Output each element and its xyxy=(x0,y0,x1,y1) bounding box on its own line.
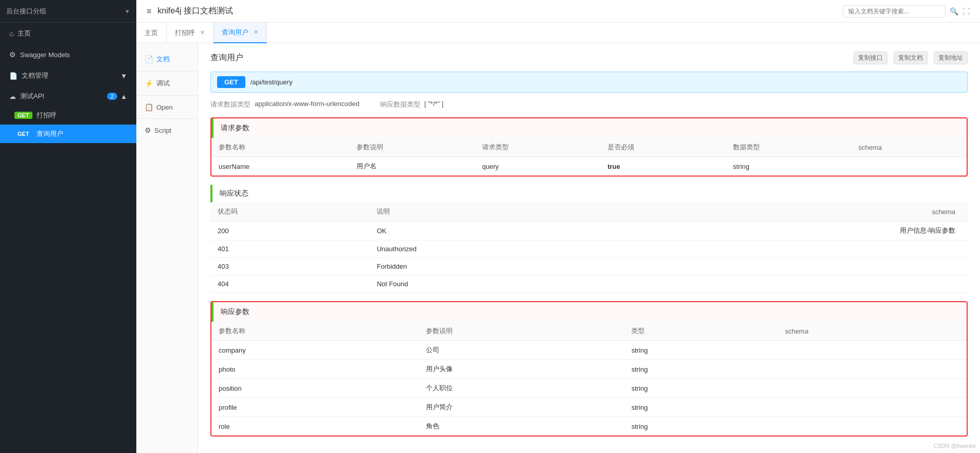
search-input[interactable] xyxy=(843,5,946,18)
col-schema: schema xyxy=(851,138,967,157)
table-row: role 角色 string xyxy=(211,417,967,436)
request-params-title: 请求参数 xyxy=(211,118,967,138)
expand-icon[interactable]: ⛶ xyxy=(963,7,970,15)
request-params-header-row: 参数名称 参数说明 请求类型 是否必须 数据类型 schema xyxy=(211,138,967,157)
debug-icon: ⚡ xyxy=(145,79,153,88)
col-param-desc: 参数说明 xyxy=(349,138,475,157)
copy-url-button[interactable]: 复制地址 xyxy=(934,51,968,64)
method-get-blue-tag: GET xyxy=(14,130,32,137)
method-button[interactable]: GET xyxy=(217,76,245,88)
request-data-type-label: 请求数据类型 xyxy=(210,100,251,109)
col-data-type: 数据类型 xyxy=(726,138,851,157)
status-desc-403: Forbidden xyxy=(369,258,620,275)
resp-name-role: role xyxy=(211,417,419,436)
group-selector[interactable]: 后台接口分组 ▼ xyxy=(0,0,136,23)
hamburger-icon[interactable]: ≡ xyxy=(147,7,151,16)
aside-item-open-label: Open xyxy=(156,103,173,111)
sidebar-item-docmgmt[interactable]: 📄 文档管理 ▼ xyxy=(0,65,136,86)
param-required-cell: true xyxy=(600,157,726,176)
resp-type-photo: string xyxy=(624,360,777,379)
status-code-403: 403 xyxy=(210,258,369,275)
response-params-header-row: 参数名称 参数说明 类型 schema xyxy=(211,322,967,341)
copy-interface-button[interactable]: 复制接口 xyxy=(853,51,887,64)
response-params-table: 参数名称 参数说明 类型 schema company 公司 string xyxy=(211,322,967,435)
meta-row: 请求数据类型 application/x-www-form-urlencoded… xyxy=(210,100,968,109)
status-desc-200: OK xyxy=(369,221,620,240)
tab-dazhaohu-close[interactable]: ✕ xyxy=(200,29,205,36)
resp-desc-profile: 用户简介 xyxy=(419,398,624,417)
status-schema-200: 用户信息-响应参数 xyxy=(620,221,968,240)
response-params-title-text: 响应参数 xyxy=(221,307,250,317)
response-data-type-label: 响应数据类型 xyxy=(380,100,420,109)
method-get-tag: GET xyxy=(14,112,32,119)
col-status-desc: 说明 xyxy=(369,202,620,221)
table-row: 404 Not Found xyxy=(210,275,968,293)
table-row: photo 用户头像 string xyxy=(211,360,967,379)
request-data-type: 请求数据类型 application/x-www-form-urlencoded xyxy=(210,100,360,109)
resp-type-company: string xyxy=(624,341,777,360)
resp-type-profile: string xyxy=(624,398,777,417)
tab-queryyonghu[interactable]: 查询用户 ✕ xyxy=(213,23,267,43)
aside-divider-2 xyxy=(136,95,198,96)
response-status-title: 响应状态 xyxy=(210,185,968,202)
doc-icon: 📄 xyxy=(145,55,153,63)
col-status-code: 状态码 xyxy=(210,202,369,221)
param-schema-cell xyxy=(851,157,967,176)
status-schema-401 xyxy=(620,240,968,258)
resp-name-position: position xyxy=(211,379,419,398)
api-url: /api/test/query xyxy=(251,78,293,86)
col-status-schema: schema xyxy=(620,202,968,221)
tab-dazhaohu[interactable]: 打招呼 ✕ xyxy=(167,23,213,43)
col-resp-param-desc: 参数说明 xyxy=(419,322,624,341)
table-row: company 公司 string xyxy=(211,341,967,360)
status-desc-401: Unauthorized xyxy=(369,240,620,258)
aside-item-script[interactable]: ⚙ Script xyxy=(136,121,198,140)
resp-schema-role xyxy=(778,417,967,436)
resp-schema-position xyxy=(778,379,967,398)
resp-desc-photo: 用户头像 xyxy=(419,360,624,379)
aside-item-script-label: Script xyxy=(154,127,171,134)
param-request-type-cell: query xyxy=(475,157,600,176)
aside-divider-3 xyxy=(136,118,198,119)
api-title: 查询用户 xyxy=(210,53,243,63)
status-schema-404 xyxy=(620,275,968,293)
sidebar-item-dazhaohu[interactable]: GET 打招呼 xyxy=(0,106,136,125)
resp-desc-position: 个人职位 xyxy=(419,379,624,398)
group-selector-arrow: ▼ xyxy=(124,8,130,14)
resp-type-position: string xyxy=(624,379,777,398)
sidebar-item-home[interactable]: ⌂ 主页 xyxy=(0,23,136,44)
api-section-arrow-icon: ▲ xyxy=(120,93,127,100)
param-name-cell: userName xyxy=(211,157,349,176)
script-icon: ⚙ xyxy=(145,126,151,134)
sidebar-api-section[interactable]: ☁ 测试API 2 ▲ xyxy=(0,86,136,106)
open-icon: 📋 xyxy=(145,103,153,111)
search-icon[interactable]: 🔍 xyxy=(950,7,958,15)
tab-home[interactable]: 主页 xyxy=(136,23,167,43)
sidebar-item-swagger[interactable]: ⚙ Swagger Models xyxy=(0,44,136,65)
col-required: 是否必须 xyxy=(600,138,726,157)
app-title: knife4j 接口文档测试 xyxy=(157,6,233,16)
table-row: 401 Unauthorized xyxy=(210,240,968,258)
sidebar-item-queryyonghu[interactable]: GET 查询用户 xyxy=(0,125,136,143)
aside-item-debug[interactable]: ⚡ 调试 xyxy=(136,74,198,93)
docmgmt-arrow-icon: ▼ xyxy=(120,72,127,80)
status-code-401: 401 xyxy=(210,240,369,258)
request-params-section: 请求参数 参数名称 参数说明 请求类型 是否必须 数据类型 schema xyxy=(210,117,968,177)
tab-queryyonghu-label: 查询用户 xyxy=(222,28,248,37)
aside-item-open[interactable]: 📋 Open xyxy=(136,98,198,116)
resp-type-role: string xyxy=(624,417,777,436)
aside-item-doc[interactable]: 📄 文档 xyxy=(136,49,198,69)
home-icon: ⌂ xyxy=(9,29,13,38)
aside-item-doc-label: 文档 xyxy=(156,55,170,64)
resp-name-photo: photo xyxy=(211,360,419,379)
col-resp-schema: schema xyxy=(778,322,967,341)
col-resp-type: 类型 xyxy=(624,322,777,341)
request-data-type-value: application/x-www-form-urlencoded xyxy=(255,100,360,109)
tab-queryyonghu-close[interactable]: ✕ xyxy=(254,29,258,36)
doc-aside: 📄 文档 ⚡ 调试 📋 Open ⚙ Script xyxy=(136,43,198,453)
request-params-title-text: 请求参数 xyxy=(221,124,250,133)
tab-dazhaohu-label: 打招呼 xyxy=(175,28,195,38)
response-status-section: 响应状态 状态码 说明 schema 200 OK xyxy=(210,185,968,293)
header-left: ≡ knife4j 接口文档测试 xyxy=(147,6,233,16)
copy-doc-button[interactable]: 复制文档 xyxy=(894,51,928,64)
